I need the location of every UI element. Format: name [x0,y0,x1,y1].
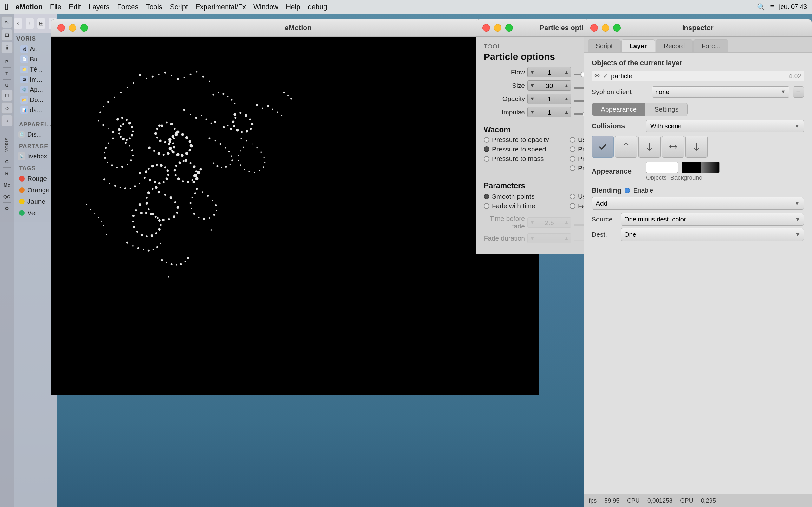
smooth-points-checkbox[interactable] [484,193,490,199]
impulse-decrement-btn[interactable]: ▼ [528,107,537,117]
use-texture-checkbox[interactable] [570,193,575,199]
collision-btn-top[interactable] [615,135,637,158]
inspector-min-btn[interactable] [602,24,609,32]
sidebar-livebox-item[interactable]: 📡 livebox [14,151,57,161]
menu-forces[interactable]: Forces [117,3,138,11]
sidebar-tag-vert[interactable]: Vert [15,207,55,219]
pressure-size-checkbox[interactable] [570,156,575,162]
opacity-increment-btn[interactable]: ▲ [562,94,571,104]
sidebar-tree-item-ap[interactable]: ⚙️ Ap... [16,84,54,95]
svg-point-246 [287,95,289,96]
smooth-points-row[interactable]: Smooth points [484,193,566,200]
flow-increment-btn[interactable]: ▲ [562,67,571,77]
sidebar-tree-item-da[interactable]: 📊 da... [16,105,54,115]
check-icon[interactable]: ✓ [603,72,608,79]
sidebar-tag-jaune[interactable]: Jaune [15,196,55,207]
apple-menu[interactable]:  [5,2,8,12]
pressure-opacity-checkbox[interactable] [484,137,490,143]
toolbar-dots-btn[interactable]: ⣿ [1,42,13,53]
app-name[interactable]: eMotion [16,3,43,11]
toolbar-transform-btn[interactable]: ⊡ [1,90,13,101]
menu-window[interactable]: Window [253,3,278,11]
menu-tools[interactable]: Tools [146,3,162,11]
background-swatch[interactable] [681,162,720,173]
sidebar-tree-item-do[interactable]: 📂 Do... [16,95,54,105]
pressure-speed-row[interactable]: Pressure to speed [484,146,566,153]
particles-max-btn[interactable] [505,24,513,32]
eye-icon[interactable]: 👁 [594,73,600,79]
syphon-minus-btn[interactable]: − [793,86,804,98]
sidebar-tree-item-im[interactable]: 🖼 Im... [16,74,54,84]
toolbar-grid-btn[interactable]: ⊞ [1,29,13,41]
inspector-max-btn[interactable] [613,24,621,32]
tab-script[interactable]: Script [588,39,621,52]
svg-point-256 [203,218,205,220]
menu-file[interactable]: File [50,3,61,11]
size-decrement-btn[interactable]: ▼ [528,81,537,90]
collision-btn-bottom[interactable] [639,135,661,158]
impulse-increment-btn[interactable]: ▲ [562,107,571,117]
sidebar-section-tags: TAGS [14,161,57,173]
pressure-mass-checkbox[interactable] [484,156,490,162]
opacity-decrement-btn[interactable]: ▼ [528,94,537,104]
menu-edit[interactable]: Edit [69,3,81,11]
opacity-stepper[interactable]: ▼ 1 ▲ [527,94,571,104]
pressure-opacity-row[interactable]: Pressure to opacity [484,136,566,144]
sidebar-tree-item-ai[interactable]: 🖼 Ai... [16,44,54,54]
pressure-speed-checkbox[interactable] [484,147,490,152]
tab-layer[interactable]: Layer [621,39,655,52]
svg-point-191 [136,231,138,233]
menu-help[interactable]: Help [286,3,300,11]
size-increment-btn[interactable]: ▲ [562,81,571,90]
maximize-button[interactable] [80,24,88,32]
sidebar-tag-orange[interactable]: Orange [15,184,55,196]
toolbar-shape-btn[interactable]: ◇ [1,102,13,114]
tab-force[interactable]: Forc... [693,39,728,52]
menu-layers[interactable]: Layers [89,3,109,11]
syphon-select[interactable]: none ▼ [652,86,790,98]
sidebar-back-btn[interactable]: ‹ [14,18,22,29]
fade-speed-checkbox[interactable] [570,203,575,209]
particles-close-btn[interactable] [483,24,490,32]
sidebar-dis-item[interactable]: 💿 Dis... [14,129,57,139]
use-tablet-tilt-checkbox[interactable] [570,137,575,143]
particles-min-btn[interactable] [494,24,502,32]
pressure-mass-row[interactable]: Pressure to mass [484,155,566,163]
menu-debug[interactable]: debug [308,3,327,11]
collision-btn-active[interactable] [592,135,614,158]
objects-swatch[interactable] [646,162,678,173]
inspector-close-btn[interactable] [590,24,598,32]
sidebar-tree-item-bu[interactable]: 📄 Bu... [16,54,54,64]
tab-appearance[interactable]: Appearance [592,103,646,116]
pressure-flow-checkbox[interactable] [570,147,575,152]
fade-time-row[interactable]: Fade with time [484,202,566,210]
toolbar-pointer-btn[interactable]: ↖ [1,16,13,28]
minimize-button[interactable] [69,24,77,32]
menu-experimental[interactable]: Experimental/Fx [195,3,246,11]
menu-script[interactable]: Script [170,3,188,11]
pressure-depth-checkbox[interactable] [570,165,575,171]
sidebar-view-btn[interactable]: ⊞ [38,18,45,29]
sidebar-forward-btn[interactable]: › [26,18,34,29]
canvas-area[interactable] [51,37,539,395]
fade-time-checkbox[interactable] [484,203,490,209]
svg-point-45 [156,128,158,130]
size-stepper[interactable]: ▼ 30 ▲ [527,80,571,91]
toolbar-circle-btn[interactable]: ○ [1,115,13,126]
tab-settings[interactable]: Settings [646,103,687,116]
blend-dest-select[interactable]: One ▼ [621,228,804,241]
close-button[interactable] [57,24,65,32]
flow-stepper[interactable]: ▼ 1 ▲ [527,67,571,77]
search-icon[interactable]: 🔍 [757,3,765,11]
sidebar-tag-rouge[interactable]: Rouge [15,173,55,184]
blend-source-select[interactable]: One minus dest. color ▼ [621,213,804,226]
sidebar-tree-item-te[interactable]: 📁 Té... [16,64,54,74]
tab-record[interactable]: Record [656,39,693,52]
collision-btn-stretch[interactable] [662,135,684,158]
flow-decrement-btn[interactable]: ▼ [528,67,537,77]
collision-btn-down[interactable] [686,135,708,158]
svg-point-200 [150,213,153,216]
blending-mode-select[interactable]: Add ▼ [592,197,804,210]
impulse-stepper[interactable]: ▼ 1 ▲ [527,107,571,117]
collisions-select[interactable]: With scene ▼ [646,120,804,132]
